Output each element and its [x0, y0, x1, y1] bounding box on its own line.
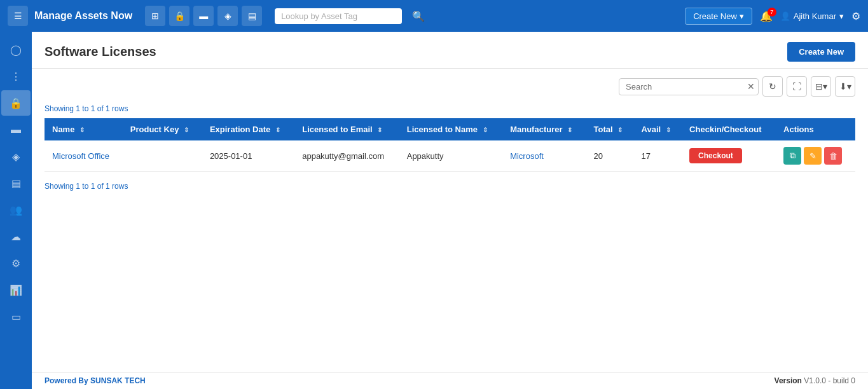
- navbar-grid-icon[interactable]: ⊞: [145, 6, 165, 26]
- notification-badge: 7: [768, 8, 776, 17]
- search-clear-button[interactable]: ✕: [747, 81, 755, 92]
- user-name: Ajith Kumar: [794, 11, 836, 21]
- cell-licensed-email: appakutty@gmail.com: [294, 140, 399, 172]
- refresh-button[interactable]: ↻: [762, 76, 783, 97]
- navbar-right: Create New ▾ 🔔 7 👤 Ajith Kumar ▾ ⚙: [685, 8, 860, 25]
- sidebar-item-cloud[interactable]: ☁: [1, 224, 31, 249]
- cell-actions: ⧉ ✎ 🗑: [776, 140, 855, 172]
- sidebar-item-monitor[interactable]: ▬: [1, 117, 31, 142]
- col-header-actions: Actions: [776, 118, 855, 140]
- clone-button[interactable]: ⧉: [783, 147, 801, 165]
- sidebar-item-database[interactable]: ▤: [1, 170, 31, 196]
- table-row: Microsoft Office 2025-01-01 appakutty@gm…: [45, 140, 855, 172]
- sidebar-item-dashboard[interactable]: ◯: [1, 37, 31, 62]
- navbar-monitor-icon[interactable]: ▬: [193, 6, 214, 26]
- footer-version: Version V1.0.0 - build 0: [775, 376, 855, 385]
- action-buttons: ⧉ ✎ 🗑: [783, 147, 848, 165]
- footer-company: SUNSAK TECH: [90, 376, 146, 385]
- col-header-avail[interactable]: Avail ⇕: [634, 118, 682, 140]
- sort-avail-icon: ⇕: [666, 126, 671, 133]
- sidebar-item-settings[interactable]: ⚙: [1, 250, 31, 276]
- main-layout: ◯ ⋮ 🔒 ▬ ◈ ▤ 👥 ☁ ⚙ 📊 ▭ Software Licenses …: [0, 32, 868, 389]
- table-header-row: Name ⇕ Product Key ⇕ Expiration Date ⇕: [45, 118, 855, 140]
- table-body: Microsoft Office 2025-01-01 appakutty@gm…: [45, 140, 855, 172]
- data-table: Name ⇕ Product Key ⇕ Expiration Date ⇕: [45, 118, 855, 172]
- notifications-button[interactable]: 🔔 7: [760, 10, 773, 22]
- manufacturer-link[interactable]: Microsoft: [510, 151, 544, 161]
- cell-checkin-checkout: Checkout: [682, 140, 776, 172]
- showing-rows-bottom: Showing 1 to 1 of 1 rows: [45, 179, 855, 196]
- table-search-input[interactable]: [619, 78, 759, 95]
- sort-total-icon: ⇕: [617, 126, 623, 133]
- cell-total: 20: [586, 140, 633, 172]
- col-header-licensed-email[interactable]: Licensed to Email ⇕: [294, 118, 399, 140]
- col-header-manufacturer[interactable]: Manufacturer ⇕: [502, 118, 586, 140]
- navbar-lock-icon[interactable]: 🔒: [169, 6, 189, 26]
- footer-powered-by: Powered By SUNSAK TECH: [45, 376, 146, 385]
- export-button[interactable]: ⬇▾: [835, 76, 855, 97]
- navbar-drop-icon[interactable]: ◈: [217, 6, 238, 26]
- col-header-licensed-name[interactable]: Licensed to Name ⇕: [399, 118, 502, 140]
- cell-product-key: [123, 140, 202, 172]
- sort-licensed-name-icon: ⇕: [483, 126, 488, 133]
- navbar-search-icon[interactable]: 🔍: [408, 10, 429, 22]
- hamburger-menu-icon[interactable]: ☰: [8, 6, 28, 26]
- sort-expiration-icon: ⇕: [275, 126, 280, 133]
- navbar-create-new-button[interactable]: Create New ▾: [685, 8, 752, 25]
- checkout-button[interactable]: Checkout: [689, 148, 742, 163]
- navbar-icons: ⊞ 🔒 ▬ ◈ ▤: [145, 6, 262, 26]
- cell-expiration-date: 2025-01-01: [202, 140, 294, 172]
- search-wrapper: ✕: [619, 78, 759, 95]
- edit-button[interactable]: ✎: [804, 147, 822, 165]
- sidebar-item-grid[interactable]: ⋮: [1, 64, 31, 89]
- page-title: Software Licenses: [45, 44, 156, 59]
- create-new-page-button[interactable]: Create New: [787, 42, 855, 62]
- columns-button[interactable]: ⊟▾: [811, 76, 831, 97]
- col-header-expiration-date[interactable]: Expiration Date ⇕: [202, 118, 294, 140]
- app-title: Manage Assets Now: [34, 10, 132, 22]
- sort-manufacturer-icon: ⇕: [567, 126, 572, 133]
- user-icon: 👤: [780, 11, 790, 21]
- sidebar-item-licenses[interactable]: 🔒: [1, 90, 31, 116]
- sidebar-item-reports[interactable]: 📊: [1, 277, 31, 303]
- col-header-checkin-checkout[interactable]: Checkin/Checkout: [682, 118, 776, 140]
- page-header: Software Licenses Create New: [32, 32, 868, 69]
- navbar: ☰ Manage Assets Now ⊞ 🔒 ▬ ◈ ▤ 🔍 Create N…: [0, 0, 868, 32]
- sort-name-icon: ⇕: [79, 126, 85, 133]
- cell-avail: 17: [634, 140, 682, 172]
- navbar-search-input[interactable]: [275, 8, 402, 24]
- sidebar-item-drop[interactable]: ◈: [1, 144, 31, 169]
- delete-button[interactable]: 🗑: [824, 147, 842, 165]
- table-area: ✕ ↻ ⛶ ⊟▾ ⬇▾ Showing 1 to 1 of 1 rows Nam…: [32, 69, 868, 372]
- content-area: Software Licenses Create New ✕ ↻ ⛶ ⊟▾ ⬇▾…: [32, 32, 868, 389]
- sidebar: ◯ ⋮ 🔒 ▬ ◈ ▤ 👥 ☁ ⚙ 📊 ▭: [0, 32, 32, 389]
- cell-name: Microsoft Office: [45, 140, 123, 172]
- sidebar-item-display[interactable]: ▭: [1, 304, 31, 329]
- name-link[interactable]: Microsoft Office: [52, 151, 109, 161]
- settings-button[interactable]: ⚙: [851, 10, 860, 22]
- fullscreen-button[interactable]: ⛶: [787, 76, 807, 97]
- cell-licensed-name: Appakutty: [399, 140, 502, 172]
- cell-manufacturer: Microsoft: [502, 140, 586, 172]
- table-toolbar: ✕ ↻ ⛶ ⊟▾ ⬇▾: [45, 69, 855, 102]
- sort-email-icon: ⇕: [377, 126, 382, 133]
- col-header-total[interactable]: Total ⇕: [586, 118, 633, 140]
- navbar-database-icon[interactable]: ▤: [242, 6, 262, 26]
- showing-rows-top: Showing 1 to 1 of 1 rows: [45, 102, 855, 118]
- footer: Powered By SUNSAK TECH Version V1.0.0 - …: [32, 372, 868, 389]
- col-header-name[interactable]: Name ⇕: [45, 118, 123, 140]
- user-menu-button[interactable]: 👤 Ajith Kumar ▾: [780, 11, 844, 21]
- col-header-product-key[interactable]: Product Key ⇕: [123, 118, 202, 140]
- caret-down-icon: ▾: [740, 11, 744, 21]
- sort-product-key-icon: ⇕: [184, 126, 189, 133]
- user-caret-icon: ▾: [839, 11, 844, 21]
- sidebar-item-users[interactable]: 👥: [1, 197, 31, 222]
